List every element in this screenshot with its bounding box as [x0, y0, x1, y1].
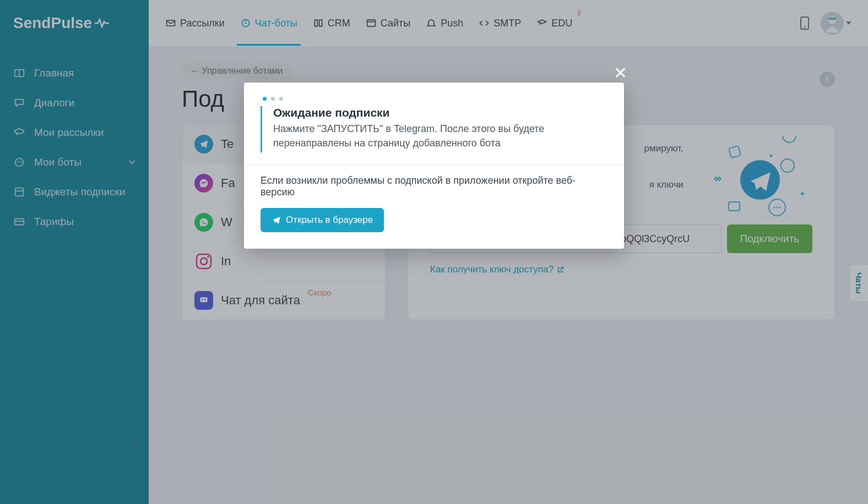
close-icon[interactable]: ✕	[614, 65, 627, 81]
loading-dots	[263, 97, 607, 101]
telegram-icon	[272, 215, 281, 225]
modal-overlay: ✕ Ожидание подписки Нажмите "ЗАПУСТИТЬ" …	[0, 0, 868, 504]
subscription-modal: ✕ Ожидание подписки Нажмите "ЗАПУСТИТЬ" …	[244, 83, 624, 249]
open-browser-button[interactable]: Открыть в браузере	[261, 208, 384, 232]
modal-subtitle: Нажмите "ЗАПУСТИТЬ" в Telegram. После эт…	[273, 122, 607, 150]
modal-text: Если возникли проблеммы с подпиской в пр…	[261, 175, 607, 198]
modal-title: Ожидание подписки	[273, 106, 607, 119]
